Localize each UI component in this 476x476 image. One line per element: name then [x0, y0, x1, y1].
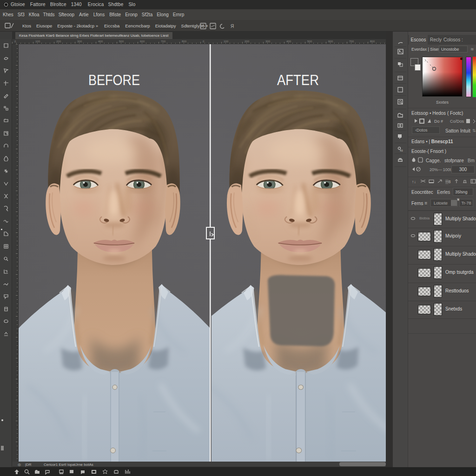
svg-text:▒8: ▒8: [445, 179, 450, 184]
svg-text:43: 43: [400, 149, 403, 152]
svg-text:Co/Dos: Co/Dos: [450, 119, 464, 124]
svg-text:Do #: Do #: [434, 119, 443, 124]
svg-text:Я: Я: [231, 24, 234, 29]
svg-text:◜: ◜: [425, 60, 427, 64]
svg-text:AFTER: AFTER: [277, 72, 319, 88]
svg-text:↑↓: ↑↓: [412, 179, 416, 184]
svg-text:BEFORE: BEFORE: [88, 72, 140, 88]
